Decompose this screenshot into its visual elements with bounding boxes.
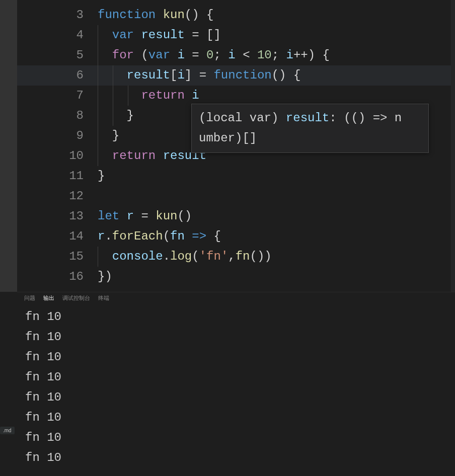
line-number: 16	[17, 267, 98, 287]
line-number: 12	[17, 186, 98, 206]
tab-problems[interactable]: 问题	[24, 294, 35, 302]
tab-debug-console[interactable]: 调试控制台	[62, 294, 90, 302]
panel-tabs: 问题 输出 调试控制台 终端	[17, 292, 455, 304]
output-line: fn 10	[25, 428, 447, 448]
code-content[interactable]: let r = kun()	[98, 206, 192, 226]
code-content[interactable]: console.log('fn',fn())	[98, 247, 272, 267]
code-content[interactable]: })	[98, 267, 112, 287]
output-line: fn 10	[25, 387, 447, 408]
line-number: 10	[17, 146, 98, 166]
tab-terminal[interactable]: 终端	[98, 294, 109, 302]
output-line: fn 10	[25, 408, 447, 428]
code-line[interactable]: 13let r = kun()	[17, 206, 455, 226]
minimap[interactable]	[451, 0, 455, 292]
code-line[interactable]: 14r.forEach(fn => {	[17, 226, 455, 247]
code-content[interactable]: }	[98, 106, 134, 126]
code-line[interactable]: 12	[17, 186, 455, 206]
code-content[interactable]: for (var i = 0; i < 10; i++) {	[98, 45, 330, 65]
intellisense-hover-tooltip: (local var) result: (() => n umber)[]	[191, 104, 429, 153]
code-line[interactable]: 7 return i	[17, 86, 455, 106]
code-line[interactable]: 6 result[i] = function() {	[17, 65, 455, 86]
code-line[interactable]: 11}	[17, 166, 455, 186]
hover-text: umber)[]	[199, 131, 257, 145]
code-content[interactable]: }	[98, 166, 105, 186]
line-number: 8	[17, 106, 98, 126]
output-line: fn 10	[25, 327, 447, 347]
output-line: fn 10	[25, 347, 447, 367]
line-number: 14	[17, 226, 98, 247]
code-content[interactable]: result[i] = function() {	[98, 65, 300, 86]
code-line[interactable]: 4 var result = []	[17, 25, 455, 45]
hover-text: (local var) result: (() => n	[199, 111, 402, 125]
line-number: 3	[17, 5, 98, 25]
code-line[interactable]: 5 for (var i = 0; i < 10; i++) {	[17, 45, 455, 65]
bottom-panel: 问题 输出 调试控制台 终端 fn 10fn 10fn 10fn 10fn 10…	[17, 292, 455, 476]
line-number: 7	[17, 86, 98, 106]
line-number: 4	[17, 25, 98, 45]
code-content[interactable]: function kun() {	[98, 5, 213, 25]
code-content[interactable]: return i	[98, 86, 199, 106]
line-number: 9	[17, 126, 98, 146]
output-line: fn 10	[25, 448, 447, 468]
activity-bar[interactable]	[0, 0, 17, 292]
code-line[interactable]: 15 console.log('fn',fn())	[17, 247, 455, 267]
line-number: 15	[17, 247, 98, 267]
code-editor[interactable]: 3function kun() {4 var result = []5 for …	[17, 0, 455, 292]
open-editor-badge[interactable]: .md	[0, 427, 15, 434]
code-content[interactable]: r.forEach(fn => {	[98, 226, 221, 247]
code-content[interactable]: var result = []	[98, 25, 221, 45]
code-content[interactable]: return result	[98, 146, 206, 166]
code-line[interactable]: 16})	[17, 267, 455, 287]
tab-output[interactable]: 输出	[43, 294, 54, 302]
output-line: fn 10	[25, 367, 447, 387]
code-line[interactable]: 3function kun() {	[17, 5, 455, 25]
line-number: 5	[17, 45, 98, 65]
line-number: 13	[17, 206, 98, 226]
output-line: fn 10	[25, 307, 447, 327]
line-number: 11	[17, 166, 98, 186]
output-content[interactable]: fn 10fn 10fn 10fn 10fn 10fn 10fn 10fn 10	[17, 304, 455, 471]
line-number: 6	[17, 65, 98, 86]
code-content[interactable]: }	[98, 126, 119, 146]
